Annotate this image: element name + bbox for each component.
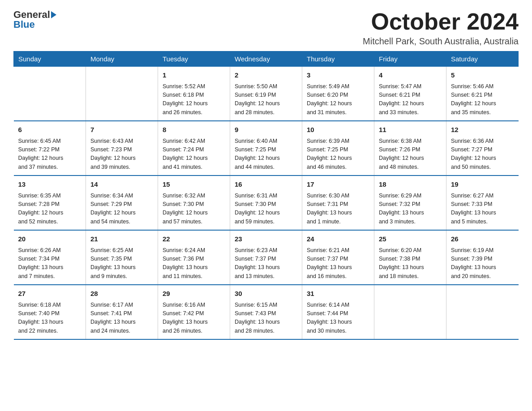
day-number: 6	[18, 125, 82, 135]
calendar-cell: 20Sunrise: 6:26 AM Sunset: 7:34 PM Dayli…	[14, 230, 86, 285]
day-info: Sunrise: 6:35 AM Sunset: 7:28 PM Dayligh…	[18, 192, 82, 227]
page-header: General Blue October 2024 Mitchell Park,…	[13, 9, 519, 47]
title-block: October 2024 Mitchell Park, South Austra…	[363, 9, 519, 47]
logo-arrow-icon	[51, 11, 56, 18]
day-info: Sunrise: 6:32 AM Sunset: 7:30 PM Dayligh…	[163, 192, 225, 227]
day-number: 24	[307, 234, 369, 244]
day-info: Sunrise: 5:50 AM Sunset: 6:19 PM Dayligh…	[235, 82, 297, 117]
day-number: 7	[90, 125, 153, 135]
day-number: 22	[163, 234, 225, 244]
day-info: Sunrise: 6:25 AM Sunset: 7:35 PM Dayligh…	[90, 246, 153, 281]
day-number: 20	[18, 234, 82, 244]
calendar-cell: 22Sunrise: 6:24 AM Sunset: 7:36 PM Dayli…	[158, 230, 230, 285]
day-info: Sunrise: 6:45 AM Sunset: 7:22 PM Dayligh…	[18, 137, 82, 172]
day-number: 16	[235, 180, 297, 190]
calendar-cell: 8Sunrise: 6:42 AM Sunset: 7:24 PM Daylig…	[158, 121, 230, 176]
day-info: Sunrise: 6:29 AM Sunset: 7:32 PM Dayligh…	[379, 192, 442, 227]
calendar-cell: 25Sunrise: 6:20 AM Sunset: 7:38 PM Dayli…	[374, 230, 446, 285]
calendar-week-row: 1Sunrise: 5:52 AM Sunset: 6:18 PM Daylig…	[14, 67, 519, 121]
day-info: Sunrise: 6:14 AM Sunset: 7:44 PM Dayligh…	[307, 301, 369, 336]
day-info: Sunrise: 6:34 AM Sunset: 7:29 PM Dayligh…	[90, 192, 153, 227]
day-number: 25	[379, 234, 442, 244]
calendar-header-row: SundayMondayTuesdayWednesdayThursdayFrid…	[14, 51, 519, 67]
day-info: Sunrise: 6:40 AM Sunset: 7:25 PM Dayligh…	[235, 137, 297, 172]
calendar-week-row: 6Sunrise: 6:45 AM Sunset: 7:22 PM Daylig…	[14, 121, 519, 176]
calendar-cell: 6Sunrise: 6:45 AM Sunset: 7:22 PM Daylig…	[14, 121, 86, 176]
day-info: Sunrise: 6:26 AM Sunset: 7:34 PM Dayligh…	[18, 246, 82, 281]
calendar-cell: 11Sunrise: 6:38 AM Sunset: 7:26 PM Dayli…	[374, 121, 446, 176]
calendar-header-friday: Friday	[374, 51, 446, 67]
day-number: 14	[90, 180, 153, 190]
day-info: Sunrise: 6:43 AM Sunset: 7:23 PM Dayligh…	[90, 137, 153, 172]
calendar-cell: 5Sunrise: 5:46 AM Sunset: 6:21 PM Daylig…	[446, 67, 519, 121]
day-number: 2	[235, 70, 297, 81]
day-number: 31	[307, 289, 369, 299]
calendar-header-tuesday: Tuesday	[158, 51, 230, 67]
calendar-cell: 17Sunrise: 6:30 AM Sunset: 7:31 PM Dayli…	[302, 176, 374, 230]
day-number: 3	[307, 70, 369, 81]
calendar-cell: 18Sunrise: 6:29 AM Sunset: 7:32 PM Dayli…	[374, 176, 446, 230]
logo-blue-text: Blue	[13, 19, 35, 30]
calendar-cell: 3Sunrise: 5:49 AM Sunset: 6:20 PM Daylig…	[302, 67, 374, 121]
calendar-cell: 2Sunrise: 5:50 AM Sunset: 6:19 PM Daylig…	[230, 67, 302, 121]
day-info: Sunrise: 6:17 AM Sunset: 7:41 PM Dayligh…	[90, 301, 153, 336]
day-number: 29	[163, 289, 225, 299]
day-number: 9	[235, 125, 297, 135]
calendar-cell: 21Sunrise: 6:25 AM Sunset: 7:35 PM Dayli…	[86, 230, 158, 285]
day-number: 13	[18, 180, 82, 190]
day-info: Sunrise: 6:15 AM Sunset: 7:43 PM Dayligh…	[235, 301, 297, 336]
calendar-cell: 27Sunrise: 6:18 AM Sunset: 7:40 PM Dayli…	[14, 285, 86, 339]
day-info: Sunrise: 6:30 AM Sunset: 7:31 PM Dayligh…	[307, 192, 369, 227]
calendar-cell: 7Sunrise: 6:43 AM Sunset: 7:23 PM Daylig…	[86, 121, 158, 176]
calendar-header-monday: Monday	[86, 51, 158, 67]
day-number: 18	[379, 180, 442, 190]
calendar-cell: 4Sunrise: 5:47 AM Sunset: 6:21 PM Daylig…	[374, 67, 446, 121]
day-info: Sunrise: 6:38 AM Sunset: 7:26 PM Dayligh…	[379, 137, 442, 172]
day-number: 12	[451, 125, 514, 135]
calendar-cell	[86, 67, 158, 121]
day-info: Sunrise: 6:16 AM Sunset: 7:42 PM Dayligh…	[163, 301, 225, 336]
calendar-header-sunday: Sunday	[14, 51, 86, 67]
day-number: 21	[90, 234, 153, 244]
day-info: Sunrise: 6:24 AM Sunset: 7:36 PM Dayligh…	[163, 246, 225, 281]
calendar-week-row: 27Sunrise: 6:18 AM Sunset: 7:40 PM Dayli…	[14, 285, 519, 339]
day-info: Sunrise: 6:36 AM Sunset: 7:27 PM Dayligh…	[451, 137, 514, 172]
day-number: 15	[163, 180, 225, 190]
day-info: Sunrise: 5:49 AM Sunset: 6:20 PM Dayligh…	[307, 82, 369, 117]
day-info: Sunrise: 6:39 AM Sunset: 7:25 PM Dayligh…	[307, 137, 369, 172]
day-number: 8	[163, 125, 225, 135]
calendar-cell: 24Sunrise: 6:21 AM Sunset: 7:37 PM Dayli…	[302, 230, 374, 285]
calendar-header-saturday: Saturday	[446, 51, 519, 67]
calendar-header-thursday: Thursday	[302, 51, 374, 67]
day-info: Sunrise: 6:19 AM Sunset: 7:39 PM Dayligh…	[451, 246, 514, 281]
calendar-cell: 13Sunrise: 6:35 AM Sunset: 7:28 PM Dayli…	[14, 176, 86, 230]
day-number: 30	[235, 289, 297, 299]
day-info: Sunrise: 6:27 AM Sunset: 7:33 PM Dayligh…	[451, 192, 514, 227]
calendar-cell: 9Sunrise: 6:40 AM Sunset: 7:25 PM Daylig…	[230, 121, 302, 176]
day-number: 28	[90, 289, 153, 299]
day-number: 10	[307, 125, 369, 135]
calendar-cell: 28Sunrise: 6:17 AM Sunset: 7:41 PM Dayli…	[86, 285, 158, 339]
day-info: Sunrise: 6:20 AM Sunset: 7:38 PM Dayligh…	[379, 246, 442, 281]
calendar-cell: 16Sunrise: 6:31 AM Sunset: 7:30 PM Dayli…	[230, 176, 302, 230]
page-title: October 2024	[363, 9, 519, 34]
day-number: 1	[163, 70, 225, 81]
calendar-cell: 31Sunrise: 6:14 AM Sunset: 7:44 PM Dayli…	[302, 285, 374, 339]
calendar-cell: 29Sunrise: 6:16 AM Sunset: 7:42 PM Dayli…	[158, 285, 230, 339]
calendar-cell: 30Sunrise: 6:15 AM Sunset: 7:43 PM Dayli…	[230, 285, 302, 339]
calendar-cell	[446, 285, 519, 339]
day-number: 27	[18, 289, 82, 299]
calendar-week-row: 20Sunrise: 6:26 AM Sunset: 7:34 PM Dayli…	[14, 230, 519, 285]
day-number: 11	[379, 125, 442, 135]
day-number: 4	[379, 70, 442, 81]
calendar-cell	[374, 285, 446, 339]
calendar-header-wednesday: Wednesday	[230, 51, 302, 67]
calendar-cell: 14Sunrise: 6:34 AM Sunset: 7:29 PM Dayli…	[86, 176, 158, 230]
calendar-cell: 23Sunrise: 6:23 AM Sunset: 7:37 PM Dayli…	[230, 230, 302, 285]
day-number: 5	[451, 70, 514, 81]
subtitle: Mitchell Park, South Australia, Australi…	[363, 36, 519, 47]
day-info: Sunrise: 5:52 AM Sunset: 6:18 PM Dayligh…	[163, 82, 225, 117]
day-number: 23	[235, 234, 297, 244]
day-number: 19	[451, 180, 514, 190]
calendar-cell: 10Sunrise: 6:39 AM Sunset: 7:25 PM Dayli…	[302, 121, 374, 176]
